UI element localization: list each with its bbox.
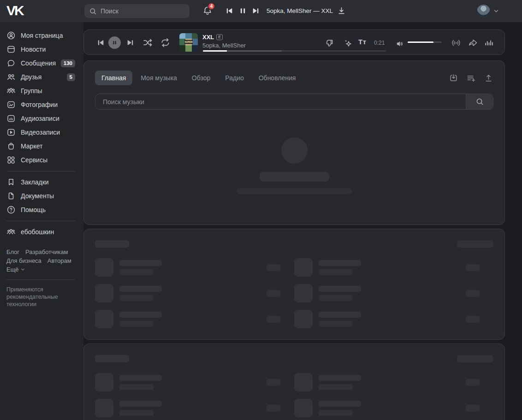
sidebar-divider [6,221,75,221]
sidebar-item-label: Аудиозаписи [21,115,59,122]
music-section-card: Главная Моя музыка Обзор Радио Обновлени… [83,60,505,225]
dislike-button[interactable] [325,38,335,48]
global-search[interactable] [84,4,190,18]
skeleton-title [95,355,129,362]
music-search-input[interactable] [95,94,466,109]
explicit-badge: E [216,34,223,40]
skeleton-thumb [95,399,113,417]
lyrics-button[interactable]: Tт [358,38,367,46]
footer-link-more-label: Ещё [6,266,19,273]
player-previous-button[interactable] [97,39,105,47]
speaker-icon [396,40,404,48]
avatar[interactable] [477,5,490,18]
repeat-button[interactable] [160,37,171,48]
skeleton-thumb [95,284,113,302]
repeat-icon [160,37,171,48]
account-menu-button[interactable] [493,8,499,14]
skeleton-lines [319,260,361,275]
sidebar-divider [6,279,75,280]
player-pause-button[interactable] [108,36,121,49]
sidebar-item-community[interactable]: ебобошкин [6,225,83,239]
footer-link-blog[interactable]: Блог [6,248,19,256]
track-list-placeholder [95,373,493,417]
footer-link-authors[interactable]: Авторам [47,257,71,265]
notifications-button[interactable]: 4 [202,5,214,17]
skeleton-duration [267,405,280,412]
tab-my-music[interactable]: Моя музыка [134,71,184,85]
sidebar: Моя страница Новости Сообщения 130 Друзь… [0,22,83,420]
sidebar-item-documents[interactable]: Документы [6,189,83,203]
footer-link-more[interactable]: Ещё [6,266,25,273]
global-search-input[interactable] [97,4,190,18]
next-track-icon [252,7,260,15]
recommend-button[interactable] [343,38,353,48]
shuffle-button[interactable] [142,37,153,48]
tab-updates[interactable]: Обновления [252,71,303,85]
track-list-placeholder [95,258,493,328]
album-cover[interactable]: SUPER [179,33,198,52]
sidebar-item-market[interactable]: Маркет [6,139,83,153]
music-search-button[interactable] [466,94,493,109]
sidebar-item-services[interactable]: Сервисы [6,153,83,167]
sidebar-item-photos[interactable]: Фотографии [6,98,83,112]
help-icon [6,205,16,214]
topbar-next-button[interactable] [252,7,260,15]
sidebar-item-messages[interactable]: Сообщения 130 [6,56,83,70]
tab-main[interactable]: Главная [95,71,132,85]
recommendation-disclaimer: Применяются рекомендательные технологии [6,286,65,308]
audio-icon [6,114,16,123]
topbar-now-playing[interactable]: 5opka, MellSher — XXL [267,7,333,14]
photos-icon [6,100,16,109]
skeleton-lines [119,286,162,301]
topbar-pause-button[interactable] [239,7,247,15]
share-button[interactable] [468,38,478,48]
sidebar-item-help[interactable]: Помощь [6,203,83,217]
sidebar-item-news[interactable]: Новости [6,42,83,56]
player-next-button[interactable] [126,39,134,47]
add-playlist-button[interactable] [466,73,476,83]
sidebar-item-label: ебобошкин [21,228,54,236]
search-icon [89,7,97,15]
user-circle-icon [6,31,16,40]
track-row-placeholder [95,284,294,302]
topbar-previous-button[interactable] [225,7,233,15]
skeleton-thumb [95,310,113,328]
tab-radio[interactable]: Радио [219,71,250,85]
topbar-download-button[interactable] [337,6,346,15]
skeleton-duration [267,290,280,297]
footer-link-business[interactable]: Для бизнеса [6,257,42,265]
skeleton-duration [267,379,280,386]
sidebar-item-label: Друзья [21,73,42,81]
sidebar-item-audio[interactable]: Аудиозаписи [6,112,83,125]
sidebar-item-label: Фотографии [21,101,58,108]
volume-slider[interactable] [408,41,442,43]
footer-link-developers[interactable]: Разработчикам [25,248,68,256]
groups-icon [6,227,16,237]
broadcast-button[interactable] [451,37,462,48]
sidebar-item-friends[interactable]: Друзья 5 [6,70,83,84]
friends-count-badge: 5 [67,73,75,81]
sidebar-item-label: Видеозаписи [21,129,60,136]
sidebar-item-my-page[interactable]: Моя страница [6,29,83,42]
now-playing-equalizer[interactable] [484,38,494,48]
document-icon [6,191,16,201]
skeleton-lines [319,286,361,301]
sidebar-divider [6,171,75,172]
download-tracks-button[interactable] [449,73,458,83]
track-row-placeholder [294,310,493,328]
progress-bar[interactable] [203,50,386,52]
player-bar: SUPER XXL E 5opka, MellSher Tт 0:21 [83,30,505,55]
skeleton-thumb [294,284,313,302]
track-artists[interactable]: 5opka, MellSher [202,42,246,49]
mute-button[interactable] [396,40,404,48]
skeleton-duration [466,316,480,323]
upload-audio-button[interactable] [484,73,493,83]
sidebar-item-label: Маркет [21,142,42,150]
sidebar-item-bookmarks[interactable]: Закладки [6,175,83,189]
tab-explore[interactable]: Обзор [185,71,217,85]
track-title-row[interactable]: XXL E [202,34,246,41]
vk-logo[interactable]: VK [6,3,23,18]
track-row-placeholder [294,284,493,302]
sidebar-item-groups[interactable]: Группы [6,84,83,98]
sidebar-item-video[interactable]: Видеозаписи [6,125,83,139]
